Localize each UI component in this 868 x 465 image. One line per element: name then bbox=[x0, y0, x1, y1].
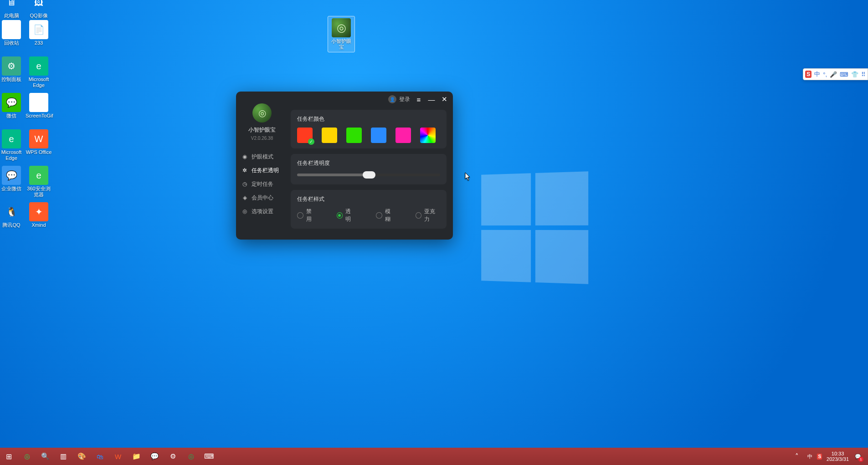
app-logo-icon: ◎ bbox=[252, 103, 272, 123]
taskbar: ⊞◎🔍▥🎨🛍W📁💬⚙◎⌨ ˄ 中 S 10:33 2023/3/31 💬 1 bbox=[0, 448, 868, 465]
desktop-icon-edge2[interactable]: eMicrosoft Edge bbox=[0, 129, 25, 161]
nav-item-taskbar[interactable]: ✲任务栏透明 bbox=[236, 164, 288, 177]
taskbar-search-button[interactable]: 🔍 bbox=[39, 450, 51, 462]
vip-icon: ◈ bbox=[241, 194, 248, 201]
card-title: 任务栏透明度 bbox=[297, 159, 440, 167]
desktop-icon-wps[interactable]: WWPS Office bbox=[26, 129, 52, 155]
color-swatch-magenta[interactable] bbox=[395, 128, 411, 143]
color-swatch-green[interactable] bbox=[346, 128, 362, 143]
desktop-icon-xmind[interactable]: ✦Xmind bbox=[26, 202, 52, 228]
radio-dot-icon bbox=[297, 212, 303, 219]
ime-punct-icon[interactable]: °, bbox=[823, 71, 827, 78]
desktop-icon-label: WPS Office bbox=[26, 149, 52, 155]
color-swatch-rainbow[interactable] bbox=[420, 128, 436, 143]
desktop-icon-ent-wechat[interactable]: 💬企业微信 bbox=[0, 166, 25, 192]
radio-label: 禁用 bbox=[306, 208, 317, 223]
desktop-icon-s2g[interactable]: S>GScreenToGif bbox=[26, 93, 52, 119]
card-taskbar-style: 任务栏样式 禁用透明模糊亚克力 bbox=[291, 190, 447, 229]
taskbar-taskview-button[interactable]: ▥ bbox=[57, 450, 69, 462]
ime-lang[interactable]: 中 bbox=[814, 70, 820, 78]
desktop-icon-recycle[interactable]: 🗑回收站 bbox=[0, 20, 25, 46]
taskbar-wps-button[interactable]: W bbox=[112, 450, 124, 462]
taskbar-explorer-button[interactable]: 📁 bbox=[130, 450, 142, 462]
desktop-icon-label: Xmind bbox=[26, 222, 52, 228]
radio-blur[interactable]: 模糊 bbox=[376, 208, 395, 223]
app-title: 小智护眼宝 bbox=[236, 126, 288, 134]
windows-logo-decor bbox=[481, 171, 588, 284]
login-button[interactable]: 👤 登录 bbox=[388, 95, 410, 103]
timer-icon: ◷ bbox=[241, 181, 248, 187]
radio-dot-icon bbox=[337, 212, 343, 219]
slider-thumb[interactable] bbox=[363, 171, 375, 179]
clock-date: 2023/3/31 bbox=[827, 456, 849, 462]
desktop-icon-xzhy[interactable]: ◎ 小智护眼宝 bbox=[328, 16, 354, 52]
desktop-icon-label: 企业微信 bbox=[0, 186, 25, 192]
opts-icon: ◎ bbox=[241, 208, 248, 215]
notification-center-icon[interactable]: 💬 1 bbox=[853, 452, 863, 461]
radio-disable[interactable]: 禁用 bbox=[297, 208, 317, 223]
taskbar-icon: ✲ bbox=[241, 167, 248, 174]
login-label: 登录 bbox=[399, 96, 410, 103]
tray-chevron-icon[interactable]: ˄ bbox=[791, 450, 803, 462]
desktop-icon-label: Microsoft Edge bbox=[26, 77, 52, 88]
tray-lang[interactable]: 中 bbox=[807, 453, 812, 460]
desktop-icon-label: QQ影像 bbox=[26, 13, 52, 19]
nav-item-vip[interactable]: ◈会员中心 bbox=[236, 191, 288, 204]
taskbar-kb-button[interactable]: ⌨ bbox=[203, 450, 215, 462]
ime-toolbar[interactable]: S 中 °, 🎤 ⌨ 👕 ⠿ bbox=[803, 68, 868, 80]
desktop-icon-label: 233 bbox=[26, 40, 52, 46]
tray-sogou-icon[interactable]: S bbox=[817, 454, 822, 460]
radio-transparent[interactable]: 透明 bbox=[337, 208, 356, 223]
taskbar-clock[interactable]: 10:33 2023/3/31 bbox=[827, 451, 849, 462]
close-button[interactable]: ✕ bbox=[440, 95, 448, 103]
desktop-icon-233[interactable]: 📄233 bbox=[26, 20, 52, 46]
mode-icon: ◉ bbox=[241, 153, 248, 160]
color-swatch-red[interactable]: ✓ bbox=[297, 128, 313, 143]
nav-label: 护眼模式 bbox=[252, 150, 273, 164]
app-window: ◎ 小智护眼宝 V2.0.26.38 ◉护眼模式✲任务栏透明◷定时任务◈会员中心… bbox=[236, 92, 453, 240]
taskbar-wechat-button[interactable]: 💬 bbox=[149, 450, 160, 462]
desktop-icon-360[interactable]: e360安全浏览器 bbox=[26, 166, 52, 198]
taskbar-paint-button[interactable]: 🎨 bbox=[76, 450, 87, 462]
desktop-icon-edge1[interactable]: eMicrosoft Edge bbox=[26, 56, 52, 88]
desktop-icon-label: 此电脑 bbox=[0, 13, 25, 19]
desktop-icon-this-pc[interactable]: 🖥此电脑 bbox=[0, 0, 25, 19]
opacity-slider[interactable] bbox=[297, 174, 440, 176]
desktop-icon-qq-image[interactable]: 🖼QQ影像 bbox=[26, 0, 52, 19]
desktop-icon-label: ScreenToGif bbox=[26, 113, 52, 119]
nav-label: 定时任务 bbox=[252, 177, 273, 191]
nav-item-opts[interactable]: ◎选项设置 bbox=[236, 204, 288, 218]
ime-tools-icon[interactable]: ⠿ bbox=[861, 71, 866, 78]
taskbar-360b-button[interactable]: ◎ bbox=[21, 450, 33, 462]
mouse-cursor bbox=[465, 172, 471, 181]
taskbar-store-button[interactable]: 🛍 bbox=[94, 450, 106, 462]
radio-label: 模糊 bbox=[385, 208, 395, 223]
nav-item-timer[interactable]: ◷定时任务 bbox=[236, 177, 288, 191]
desktop-icon-wechat[interactable]: 💬微信 bbox=[0, 93, 25, 119]
desktop-wallpaper[interactable]: 🖥此电脑🖼QQ影像🗑回收站📄233⚙控制面板eMicrosoft Edge💬微信… bbox=[0, 0, 868, 465]
desktop-icon-label: 微信 bbox=[0, 113, 25, 119]
desktop-icon-qq[interactable]: 🐧腾讯QQ bbox=[0, 202, 25, 228]
taskbar-start-button[interactable]: ⊞ bbox=[3, 450, 15, 462]
minimize-button[interactable]: — bbox=[427, 95, 436, 103]
taskbar-xzhy-button[interactable]: ◎ bbox=[185, 450, 197, 462]
ime-mic-icon[interactable]: 🎤 bbox=[830, 71, 837, 78]
menu-icon[interactable]: ≡ bbox=[415, 95, 423, 103]
nav-item-mode[interactable]: ◉护眼模式 bbox=[236, 150, 288, 164]
check-icon: ✓ bbox=[308, 138, 314, 145]
radio-label: 亚克力 bbox=[424, 208, 440, 223]
color-swatch-blue[interactable] bbox=[371, 128, 386, 143]
ime-keyboard-icon[interactable]: ⌨ bbox=[840, 71, 848, 78]
color-swatch-yellow[interactable] bbox=[322, 128, 337, 143]
taskbar-settings-button[interactable]: ⚙ bbox=[167, 450, 179, 462]
ime-skin-icon[interactable]: 👕 bbox=[851, 71, 858, 78]
notif-badge: 1 bbox=[858, 457, 863, 462]
radio-dot-icon bbox=[376, 212, 382, 219]
desktop-icon-ctrl-panel[interactable]: ⚙控制面板 bbox=[0, 56, 25, 82]
radio-acrylic[interactable]: 亚克力 bbox=[416, 208, 440, 223]
card-taskbar-color: 任务栏颜色 ✓ bbox=[291, 110, 447, 148]
system-tray: ˄ 中 S 10:33 2023/3/31 💬 1 bbox=[791, 450, 865, 462]
radio-label: 透明 bbox=[345, 208, 356, 223]
desktop-icon-label: 小智护眼宝 bbox=[330, 38, 353, 50]
nav-label: 会员中心 bbox=[252, 191, 273, 204]
